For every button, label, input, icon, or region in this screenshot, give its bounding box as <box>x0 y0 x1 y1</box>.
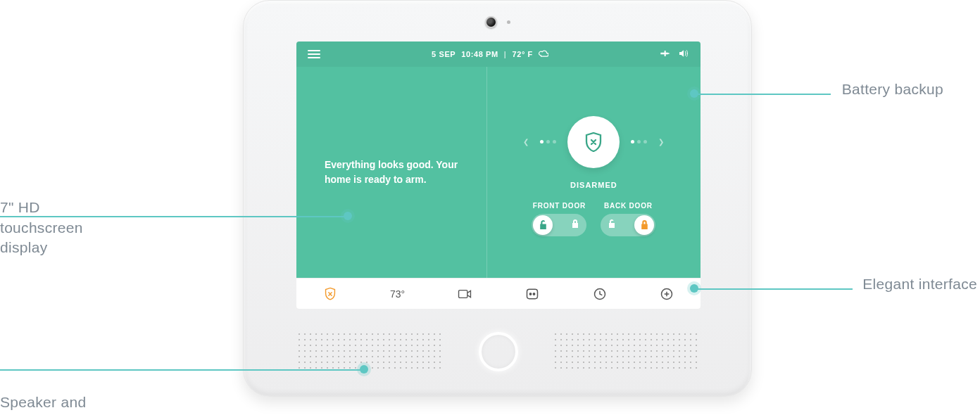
status-separator: | <box>504 50 507 58</box>
camera-icon <box>458 287 472 301</box>
weather-icon <box>539 49 548 59</box>
status-weather: 72° F <box>512 50 532 58</box>
speaker-grill-right <box>553 331 701 372</box>
callout-dot <box>690 89 698 98</box>
camera-lens-icon <box>485 16 497 28</box>
status-time: 10:48 PM <box>461 50 498 58</box>
security-panel-device: 5 SEP 10:48 PM | 72° F <box>243 0 752 397</box>
front-camera <box>485 16 510 28</box>
tab-security[interactable] <box>296 287 364 301</box>
status-date: 5 SEP <box>432 50 456 58</box>
svg-point-3 <box>533 293 534 294</box>
shield-icon <box>323 287 337 301</box>
callout-dot <box>690 284 698 293</box>
svg-rect-0 <box>459 290 467 298</box>
svg-point-2 <box>529 293 531 294</box>
tab-thermostat[interactable]: 73° <box>364 288 432 300</box>
lock-icon <box>571 219 579 231</box>
chevron-left-icon[interactable]: ❮ <box>523 138 529 146</box>
status-message: Everything looks good. Your home is read… <box>325 158 458 187</box>
outlet-icon <box>525 287 539 301</box>
callout-dot <box>344 212 352 220</box>
page-dots-left <box>540 140 556 143</box>
touchscreen: 5 SEP 10:48 PM | 72° F <box>296 42 701 309</box>
door-locks: FRONT DOOR <box>532 202 655 236</box>
tab-activity[interactable] <box>566 287 634 301</box>
callout-line <box>0 369 363 371</box>
chevron-right-icon[interactable]: ❯ <box>658 138 664 146</box>
door-front: FRONT DOOR <box>532 202 586 236</box>
callout-battery: Battery backup <box>842 79 943 99</box>
unlock-icon <box>539 219 548 230</box>
plus-circle-icon <box>660 287 674 301</box>
door-label: BACK DOOR <box>604 202 653 210</box>
shield-icon <box>584 132 603 152</box>
tab-temp-value: 73° <box>390 288 405 300</box>
lock-icon <box>640 219 649 230</box>
page-dots-right <box>631 140 647 143</box>
lock-toggle-front[interactable] <box>532 214 586 236</box>
tab-outlets[interactable] <box>498 287 566 301</box>
callout-dot <box>360 365 368 374</box>
arm-button[interactable] <box>567 116 620 168</box>
tab-bar: 73° <box>296 278 701 309</box>
arming-panel: ❮ ❯ DISARMED <box>486 67 701 278</box>
door-back: BACK DOOR <box>601 202 655 236</box>
power-plug-icon <box>660 49 671 59</box>
svg-rect-1 <box>527 289 537 298</box>
callout-touchscreen: 7" HD touchscreen display <box>0 178 83 257</box>
tab-cameras[interactable] <box>431 287 498 301</box>
callout-interface: Elegant interface <box>862 274 977 294</box>
speaker-grill-left <box>296 331 444 372</box>
callout-speaker: Speaker and microphone <box>0 373 86 415</box>
status-panel: Everything looks good. Your home is read… <box>296 67 486 278</box>
home-button[interactable] <box>479 332 518 371</box>
status-bar: 5 SEP 10:48 PM | 72° F <box>296 42 701 67</box>
callout-line <box>696 94 831 95</box>
arm-state-label: DISARMED <box>570 181 617 189</box>
callout-line <box>696 288 853 290</box>
volume-icon <box>678 49 689 60</box>
clock-icon <box>593 287 607 301</box>
callout-line <box>0 216 346 217</box>
home-screen: Everything looks good. Your home is read… <box>296 67 701 278</box>
lock-toggle-back[interactable] <box>601 214 655 236</box>
camera-led-icon <box>507 20 510 24</box>
unlock-icon <box>608 219 616 231</box>
door-label: FRONT DOOR <box>533 202 586 210</box>
menu-icon[interactable] <box>308 50 320 58</box>
